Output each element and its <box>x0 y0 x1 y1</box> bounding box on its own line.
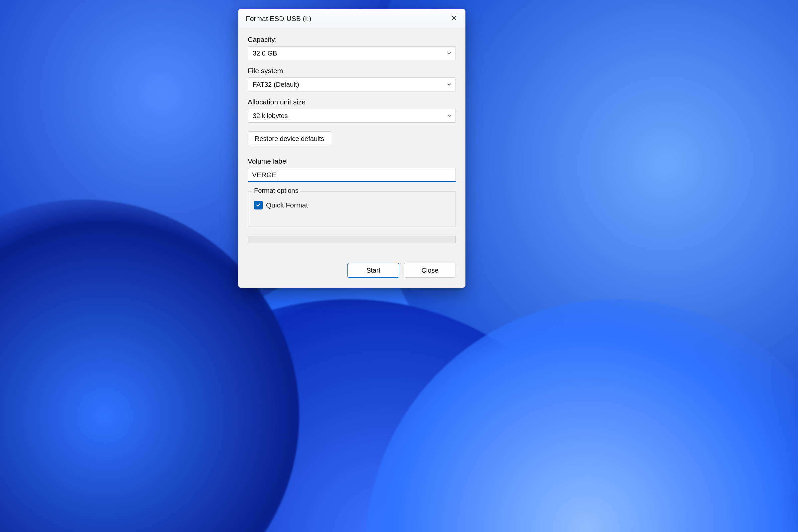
format-options-legend: Format options <box>252 187 300 194</box>
chevron-down-icon <box>447 82 452 87</box>
progress-bar <box>248 236 456 243</box>
capacity-field: Capacity: 32.0 GB <box>248 36 456 60</box>
filesystem-label: File system <box>248 67 456 75</box>
restore-defaults-button[interactable]: Restore device defaults <box>248 131 331 146</box>
volume-label-value: VERGE <box>252 171 277 179</box>
close-icon <box>451 15 457 22</box>
restore-defaults-label: Restore device defaults <box>255 135 324 142</box>
volume-label-field: Volume label VERGE <box>248 157 456 182</box>
titlebar[interactable]: Format ESD-USB (I:) <box>239 9 465 28</box>
allocation-field: Allocation unit size 32 kilobytes <box>248 98 456 123</box>
dialog-footer: Start Close <box>248 263 456 278</box>
start-button[interactable]: Start <box>347 263 399 278</box>
close-button[interactable] <box>444 11 463 26</box>
quick-format-row[interactable]: Quick Format <box>254 201 450 209</box>
filesystem-select[interactable]: FAT32 (Default) <box>248 77 456 92</box>
filesystem-field: File system FAT32 (Default) <box>248 67 456 92</box>
capacity-select[interactable]: 32.0 GB <box>248 46 456 60</box>
check-icon <box>256 201 261 209</box>
allocation-value: 32 kilobytes <box>253 112 288 120</box>
volume-label-input[interactable]: VERGE <box>248 168 456 182</box>
close-dialog-button[interactable]: Close <box>404 263 456 278</box>
capacity-label: Capacity: <box>248 36 456 43</box>
chevron-down-icon <box>447 51 452 56</box>
window-title: Format ESD-USB (I:) <box>246 15 444 23</box>
capacity-value: 32.0 GB <box>253 50 277 57</box>
volume-label-label: Volume label <box>248 157 456 165</box>
format-options-group: Format options Quick Format <box>248 191 456 226</box>
allocation-select[interactable]: 32 kilobytes <box>248 109 456 123</box>
quick-format-checkbox[interactable] <box>254 201 263 209</box>
chevron-down-icon <box>447 113 452 118</box>
text-caret <box>277 171 277 179</box>
allocation-label: Allocation unit size <box>248 98 456 106</box>
filesystem-value: FAT32 (Default) <box>253 81 299 89</box>
quick-format-label: Quick Format <box>266 201 308 209</box>
format-dialog: Format ESD-USB (I:) Capacity: 32.0 GB Fi… <box>238 8 466 288</box>
close-button-label: Close <box>421 267 438 274</box>
start-button-label: Start <box>366 267 380 274</box>
dialog-body: Capacity: 32.0 GB File system FAT32 (Def… <box>239 28 465 288</box>
